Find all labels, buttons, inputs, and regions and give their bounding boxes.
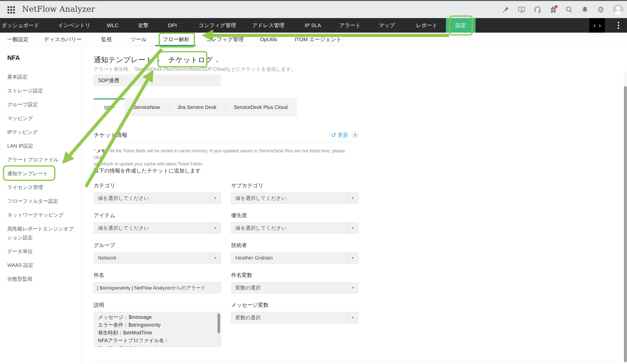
field-label: カテゴリ — [94, 182, 221, 189]
field-label: メッセージ変数 — [231, 301, 358, 309]
subnav-item-config-mgmt[interactable]: コンフィグ管理 — [206, 33, 243, 46]
refresh-icon: ↺ — [331, 132, 336, 139]
subnav-item-monitoring[interactable]: 監視 — [101, 33, 112, 46]
app-title: NetFlow Analyzer — [22, 5, 95, 14]
sidebar-item-distributed-monitoring[interactable]: 分散型監視 — [7, 272, 78, 286]
refresh-label: 更新 — [338, 132, 348, 139]
rocket-icon[interactable] — [502, 6, 509, 13]
bell-icon[interactable] — [581, 6, 589, 13]
description-textarea[interactable]: メッセージ：$message エラー条件：$stringseverity 発生時… — [94, 312, 221, 347]
gift-notification-badge — [555, 5, 558, 8]
nav-item-inventory[interactable]: インベントリ — [58, 18, 90, 33]
field-group: グループ Network ▼ — [94, 241, 221, 264]
gear-icon[interactable]: ⚙ — [597, 6, 604, 13]
breadcrumb: 通知テンプレート › チケットログ ▾ — [94, 54, 218, 66]
sidebar-item-data-unit[interactable]: データ単位 — [7, 245, 78, 258]
priority-select[interactable]: 値を選択してください ▼ — [231, 222, 358, 234]
breadcrumb-parent[interactable]: 通知テンプレート — [94, 55, 153, 65]
message-vars-select[interactable]: 変数の選択 ▼ — [231, 312, 358, 323]
note-bullet: * — [94, 148, 97, 153]
subnav-item-discovery[interactable]: ディスカバリー — [44, 33, 82, 46]
chevron-down-icon: ▼ — [347, 223, 358, 233]
subnav-item-tools[interactable]: ツール — [131, 33, 147, 46]
sidebar-item-mapping[interactable]: マッピング — [7, 111, 78, 125]
page-scrollbar-thumb[interactable] — [624, 86, 627, 362]
avatar[interactable] — [613, 4, 623, 15]
nav-item-settings[interactable]: 設定 — [446, 18, 476, 33]
form-subtitle: 以下の情報を作成したチケットに追加します — [94, 167, 201, 174]
tab-sdp[interactable]: SDP — [94, 98, 125, 116]
subnav-item-itom-agent[interactable]: ITOM エージェント — [295, 33, 341, 46]
technician-select[interactable]: Heather Graham ▼ — [231, 252, 358, 264]
nav-item-dashboard[interactable]: ダッシュボード — [2, 18, 39, 33]
chevron-down-icon: ▼ — [210, 223, 221, 233]
sidebar-item-group-settings[interactable]: グループ設定 — [7, 98, 78, 111]
help-button[interactable]: ? — [352, 132, 358, 139]
ticket-info-header: チケット情報 ↺ 更新 ? — [94, 131, 358, 139]
field-subject: 件名 [ $stringseverity ] NetFlow Analyzerか… — [94, 271, 221, 293]
template-name-field[interactable]: SDP連携 — [94, 75, 221, 86]
chevron-left-icon[interactable]: ‹ — [593, 22, 595, 29]
chevron-down-icon[interactable]: ▾ — [216, 59, 218, 63]
tab-servicedesk-plus-cloud[interactable]: ServiceDesk Plus Cloud — [225, 98, 296, 116]
tab-jira-service-desk[interactable]: Jira Service Desk — [169, 98, 225, 116]
item-select[interactable]: 値を選択してください ▼ — [94, 222, 221, 234]
gift-icon[interactable] — [550, 6, 557, 13]
subnav-item-general[interactable]: 一般設定 — [7, 33, 28, 46]
textarea-scrollbar-thumb[interactable] — [218, 314, 220, 333]
nav-item-maps[interactable]: マップ — [379, 18, 395, 33]
group-select[interactable]: Network ▼ — [94, 252, 221, 264]
subject-input[interactable]: [ $stringseverity ] NetFlow Analyzerからのア… — [94, 282, 221, 293]
nav-item-dpi[interactable]: DPI — [168, 18, 177, 33]
sidebar-item-waas-settings[interactable]: WAAS 設定 — [7, 258, 78, 272]
breadcrumb-separator: › — [157, 56, 160, 64]
note-line2: on refresh to update your cache with lat… — [94, 161, 203, 166]
nav-item-attacks[interactable]: 攻撃 — [138, 18, 148, 33]
sidebar-item-alert-profile[interactable]: アラートプロファイル — [7, 153, 78, 167]
page-scrollbar — [624, 72, 627, 364]
nav-item-reports[interactable]: レポート — [416, 18, 437, 33]
field-label: 説明 — [94, 301, 221, 309]
category-select[interactable]: 値を選択してください ▼ — [94, 193, 221, 204]
tab-servicenow[interactable]: ServiceNow — [124, 98, 169, 116]
nav-item-wlc[interactable]: WLC — [107, 18, 119, 33]
presentation-play-icon[interactable] — [518, 6, 525, 13]
field-technician: 技術者 Heather Graham ▼ — [231, 241, 358, 264]
nav-item-alerts[interactable]: アラート — [339, 18, 361, 33]
field-label: グループ — [94, 241, 221, 249]
nav-pager[interactable]: ‹ › — [589, 18, 605, 33]
sidebar-item-hpre-option-settings[interactable]: 高性能レポートエンジンオプション設定 — [7, 222, 78, 245]
nav-item-ipsla[interactable]: IP SLA — [305, 18, 321, 33]
sidebar-heading: NFA — [7, 54, 20, 62]
sidebar-item-ip-mapping[interactable]: IPマッピング — [7, 125, 78, 139]
nav-overflow-menu-icon[interactable] — [612, 18, 624, 33]
field-label: 優先度 — [231, 212, 358, 219]
sidebar-item-storage-settings[interactable]: ストレージ設定 — [7, 84, 78, 98]
sidebar-item-notification-template[interactable]: 通知テンプレート — [7, 167, 78, 180]
field-subcategory: サブカテゴリ 値を選択してください ▼ — [231, 182, 358, 204]
headset-icon[interactable] — [534, 6, 541, 13]
nav-item-config[interactable]: コンフィグ管理 — [198, 18, 236, 33]
subject-vars-select[interactable]: 変数の選択 ▼ — [231, 282, 358, 293]
subcategory-select[interactable]: 値を選択してください ▼ — [231, 193, 358, 204]
app-grid-icon[interactable] — [8, 6, 15, 14]
nav-item-address[interactable]: アドレス管理 — [252, 18, 284, 33]
sidebar-item-flow-filter-settings[interactable]: フローフィルター設定 — [7, 194, 78, 208]
chevron-down-icon: ▼ — [347, 282, 358, 293]
subnav-item-flow-analysis[interactable]: フロー解析 — [163, 33, 189, 46]
field-category: カテゴリ 値を選択してください ▼ — [94, 182, 221, 204]
search-icon[interactable] — [565, 6, 573, 13]
chevron-down-icon: ▼ — [347, 253, 358, 263]
chevron-down-icon: ▼ — [210, 193, 221, 204]
breadcrumb-current[interactable]: チケットログ — [168, 55, 213, 65]
subnav-item-oputils[interactable]: OpUtils — [260, 33, 277, 46]
refresh-button[interactable]: ↺ 更新 — [331, 132, 348, 139]
sidebar-item-network-mapping[interactable]: ネットワークマッピング — [7, 208, 78, 222]
sidebar-item-lan-ip-settings[interactable]: LAN IP設定 — [7, 139, 78, 153]
note-line1: All the Ticket fields will be stored in … — [94, 148, 345, 160]
netflow-analyzer-settings-page: NetFlow Analyzer ⚙ — [0, 0, 627, 364]
chevron-right-icon[interactable]: › — [599, 22, 601, 29]
field-message-vars: メッセージ変数 変数の選択 ▼ — [231, 301, 358, 347]
sidebar-item-license-management[interactable]: ライセンス管理 — [7, 180, 78, 194]
sidebar-item-basic-settings[interactable]: 基本設定 — [7, 70, 78, 84]
